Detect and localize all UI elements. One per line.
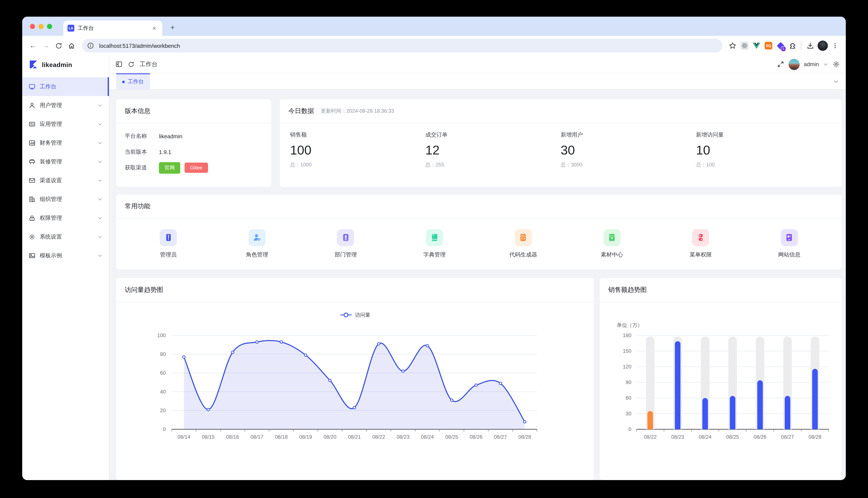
feature-tile-label: 菜单权限 bbox=[689, 251, 712, 258]
feature-tile-menuauth[interactable]: 菜单权限 bbox=[679, 229, 722, 258]
features-card-title: 常用功能 bbox=[116, 195, 842, 219]
tabs-overflow-chevron-icon[interactable] bbox=[833, 78, 839, 84]
sq-extension-icon[interactable]: SQ bbox=[763, 41, 774, 51]
stat-value: 30 bbox=[561, 143, 696, 157]
feature-tile-code[interactable]: 代码生成器 bbox=[502, 229, 545, 258]
app-icon bbox=[29, 121, 36, 128]
user-menu-chevron-icon[interactable] bbox=[823, 62, 828, 67]
bookmark-star-icon[interactable] bbox=[727, 41, 738, 51]
feature-tile-material[interactable]: 素材中心 bbox=[590, 229, 633, 258]
sidebar-item-label: 财务管理 bbox=[40, 139, 62, 147]
sidebar-item-label: 用户管理 bbox=[40, 102, 62, 109]
svg-text:150: 150 bbox=[623, 348, 631, 354]
reload-icon[interactable] bbox=[53, 40, 64, 51]
visits-chart-title: 访问量趋势图 bbox=[116, 278, 594, 302]
svg-text:08/28: 08/28 bbox=[518, 434, 531, 440]
tab-close-icon[interactable]: × bbox=[150, 24, 158, 32]
chevron-down-icon bbox=[98, 122, 103, 127]
browser-menu-icon[interactable] bbox=[830, 40, 841, 51]
sidebar-item-decorate[interactable]: 装修管理 bbox=[22, 152, 109, 171]
new-tab-button[interactable]: + bbox=[167, 23, 178, 33]
sidebar-item-mail[interactable]: 渠道设置 bbox=[22, 171, 109, 190]
feature-tile-label: 代码生成器 bbox=[509, 251, 537, 258]
page-tabs-bar: 工作台 bbox=[109, 74, 846, 90]
user-icon bbox=[29, 102, 36, 109]
username[interactable]: admin bbox=[804, 61, 819, 67]
sidebar-item-label: 工作台 bbox=[40, 83, 56, 91]
back-icon[interactable]: ← bbox=[27, 40, 38, 51]
sales-bar-chart: 单位（万）030609012015018008/2208/2308/2408/2… bbox=[600, 302, 842, 480]
stat-value: 100 bbox=[290, 143, 425, 157]
svg-text:08/20: 08/20 bbox=[323, 434, 336, 440]
zoom-window-button[interactable] bbox=[47, 24, 52, 29]
finance-icon bbox=[29, 140, 36, 146]
app-header: 工作台 admin bbox=[109, 55, 846, 74]
feature-tile-admin[interactable]: 管理员 bbox=[147, 229, 190, 258]
browser-tab[interactable]: LA 工作台 × bbox=[63, 21, 162, 36]
role-icon bbox=[248, 229, 266, 246]
svg-text:90: 90 bbox=[626, 379, 631, 385]
settings-gear-icon[interactable] bbox=[832, 61, 840, 68]
sidebar-item-label: 组织管理 bbox=[40, 195, 62, 203]
user-avatar[interactable] bbox=[788, 59, 800, 70]
downloads-icon[interactable] bbox=[805, 40, 816, 51]
svg-text:0: 0 bbox=[628, 426, 631, 432]
svg-text:08/22: 08/22 bbox=[644, 434, 656, 440]
svg-text:08/26: 08/26 bbox=[754, 434, 767, 440]
close-window-button[interactable] bbox=[30, 24, 35, 29]
sidebar-item-gear[interactable]: 系统设置 bbox=[22, 227, 109, 246]
address-bar[interactable]: localhost:5173/admin/workbench bbox=[82, 39, 722, 52]
vpn-extension-icon[interactable]: 5 bbox=[775, 41, 786, 51]
extensions-puzzle-icon[interactable] bbox=[787, 41, 797, 51]
react-extension-icon[interactable] bbox=[739, 41, 750, 51]
feature-tile-role[interactable]: 角色管理 bbox=[235, 229, 278, 258]
feature-tile-site[interactable]: 网站信息 bbox=[768, 229, 811, 258]
tab-title: 工作台 bbox=[78, 25, 147, 32]
svg-text:08/25: 08/25 bbox=[445, 434, 458, 440]
version-info-card: 版本信息 平台名称likeadmin当前版本1.9.1获取渠道官网Gitee bbox=[116, 100, 271, 187]
sidebar-menu: 工作台用户管理应用管理财务管理装修管理渠道设置组织管理权限管理系统设置模板示例 bbox=[22, 74, 109, 265]
sidebar-item-monitor[interactable]: 工作台 bbox=[22, 77, 109, 96]
channel-button-官网[interactable]: 官网 bbox=[159, 162, 180, 173]
screen: LA 工作台 × + ← → bbox=[0, 0, 868, 498]
sidebar-item-org[interactable]: 组织管理 bbox=[22, 190, 109, 209]
version-row: 当前版本1.9.1 bbox=[125, 147, 263, 157]
tab-chip-workbench[interactable]: 工作台 bbox=[116, 74, 150, 89]
feature-tile-dict[interactable]: 字典管理 bbox=[413, 229, 456, 258]
url-text: localhost:5173/admin/workbench bbox=[99, 42, 180, 49]
org-icon bbox=[29, 196, 36, 203]
minimize-window-button[interactable] bbox=[38, 24, 43, 29]
collapse-sidebar-icon[interactable] bbox=[115, 61, 123, 68]
svg-text:30: 30 bbox=[626, 411, 631, 417]
vue-extension-icon[interactable] bbox=[751, 41, 762, 51]
tab-chip-label: 工作台 bbox=[128, 78, 144, 86]
version-row-value: likeadmin bbox=[159, 133, 182, 139]
svg-text:08/14: 08/14 bbox=[178, 434, 190, 440]
feature-tile-dept[interactable]: 部门管理 bbox=[324, 229, 367, 258]
sidebar-item-finance[interactable]: 财务管理 bbox=[22, 134, 109, 152]
svg-text:08/18: 08/18 bbox=[275, 434, 288, 440]
dept-icon bbox=[337, 229, 354, 246]
today-stat: 新增访问量 10 总：100 bbox=[696, 131, 831, 169]
chevron-down-icon bbox=[98, 140, 103, 145]
gear-icon bbox=[29, 233, 36, 240]
likeadmin-logo-icon bbox=[29, 60, 38, 69]
browser-profile-avatar[interactable] bbox=[818, 41, 828, 51]
refresh-page-icon[interactable] bbox=[128, 61, 135, 68]
sidebar-item-template[interactable]: 模板示例 bbox=[22, 246, 109, 265]
sidebar-item-label: 模板示例 bbox=[40, 252, 62, 260]
app-logo[interactable]: likeadmin bbox=[22, 55, 109, 74]
chevron-down-icon bbox=[98, 178, 103, 183]
mail-icon bbox=[29, 177, 36, 184]
site-info-icon[interactable] bbox=[86, 41, 96, 51]
home-icon[interactable] bbox=[66, 40, 77, 51]
channel-button-Gitee[interactable]: Gitee bbox=[184, 162, 208, 173]
sidebar-item-app[interactable]: 应用管理 bbox=[22, 115, 109, 134]
chevron-down-icon bbox=[98, 253, 103, 258]
sidebar-item-user[interactable]: 用户管理 bbox=[22, 96, 109, 115]
forward-icon[interactable]: → bbox=[40, 40, 51, 51]
version-row-label: 获取渠道 bbox=[125, 164, 159, 172]
fullscreen-icon[interactable] bbox=[777, 61, 784, 68]
app-logo-text: likeadmin bbox=[42, 61, 72, 68]
sidebar-item-lock[interactable]: 权限管理 bbox=[22, 209, 109, 227]
